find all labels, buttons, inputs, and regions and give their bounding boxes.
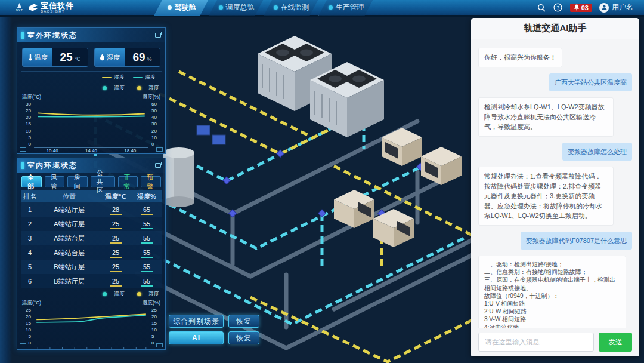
- nav-tab-label: 驾驶舱: [175, 2, 196, 13]
- table-row[interactable]: 2 A端站厅层 25 55: [21, 217, 162, 231]
- panel-title: 室外环境状态: [27, 30, 155, 41]
- line-legend: 湿度 温度: [21, 71, 162, 82]
- filter-warning[interactable]: 预警: [141, 176, 161, 187]
- outdoor-plot: [33, 101, 150, 153]
- user-message: 变频器故障怎么处理: [562, 143, 632, 161]
- table-row[interactable]: 3 A端站台层 25 55: [21, 231, 162, 245]
- temperature-stat-label: 温度: [23, 48, 52, 66]
- panel-header: 室外环境状态: [17, 28, 165, 42]
- panel-header: 室内环境状态: [17, 158, 165, 173]
- nxt-logo: NXT: [16, 3, 23, 12]
- temperature-value: 25 ℃: [52, 48, 88, 66]
- bell-icon: [574, 4, 580, 11]
- left-axis-ticks: 302520151050: [21, 101, 33, 153]
- corner-bracket-icon: [156, 147, 163, 152]
- send-button[interactable]: 发送: [599, 333, 632, 352]
- alarm-badge[interactable]: 03: [570, 4, 592, 12]
- header-accent-bar: [21, 162, 24, 169]
- legend-item-temperature: 温度: [133, 73, 156, 81]
- restore-button-1[interactable]: 恢复: [228, 315, 259, 328]
- outdoor-env-panel: 室外环境状态 温度 25 ℃ 湿度 69: [17, 27, 166, 154]
- top-icons: ? 03 用户名: [537, 2, 644, 13]
- dot-icon: [329, 5, 333, 10]
- bot-message: 检测到冷却水泵LQ-W1、LQ-W2变频器故障导致水冷直膨机无法向公共区输送冷气…: [478, 97, 614, 137]
- user-menu[interactable]: 用户名: [599, 2, 633, 13]
- nav-tab-production-mgmt[interactable]: 生产管理: [318, 0, 373, 16]
- indoor-trend-chart: 温度(°C) 湿度(%) 2520151050 2520151050: [17, 298, 165, 352]
- brand-name: 宝信软件: [41, 2, 74, 10]
- indoor-env-panel: 室内环境状态 全部 风管 房间 公共区 正常 预警 排名 位置 温度℃ 湿度%: [17, 158, 166, 350]
- legend-temperature: 温度: [97, 290, 125, 298]
- nxt-logo-text: NXT: [16, 8, 23, 12]
- nav-tab-cockpit[interactable]: 驾驶舱: [154, 0, 209, 16]
- dot-icon: [168, 5, 172, 10]
- corner-bracket-icon: [20, 147, 26, 152]
- dot-icon: [219, 5, 223, 10]
- humidity-line-swatch: [102, 77, 112, 78]
- ai-assistant-title: 轨道交通AI助手: [471, 18, 639, 39]
- dot-icon: [274, 5, 278, 10]
- header-accent-bar: [21, 32, 24, 39]
- alarm-count: 03: [581, 4, 589, 11]
- temperature-stat: 温度 25 ℃: [22, 48, 88, 67]
- left-frame-strip: [0, 17, 12, 363]
- logo-area: NXT 宝信软件 BAOSIGHT: [0, 2, 149, 13]
- top-bar: NXT 宝信软件 BAOSIGHT 驾驶舱 调度总览 在线监测: [0, 0, 644, 17]
- humidity-value: 69 %: [125, 48, 160, 66]
- user-avatar-icon: [599, 3, 609, 13]
- bot-message: 常规处理办法：1.查看变频器故障代码，按故障代码处置步骤处理；2.排查变频器元器…: [478, 167, 614, 226]
- tab-public-area[interactable]: 公共区: [91, 176, 115, 187]
- water-tank: [163, 147, 194, 207]
- nav-tab-label: 在线监测: [281, 2, 309, 13]
- svg-text:?: ?: [556, 5, 559, 11]
- indoor-env-table: 排名 位置 温度℃ 湿度% 1 A端站厅层 28 65 2 A端站厅层 25 5: [21, 190, 162, 288]
- user-message: 广西大学站公共区温度高: [549, 73, 632, 92]
- filter-normal[interactable]: 正常: [118, 176, 138, 187]
- table-row[interactable]: 6 B端站厅层 25 55: [21, 274, 162, 288]
- nxt-logo-icon: [16, 3, 23, 8]
- nav-tab-online-monitoring[interactable]: 在线监测: [264, 0, 318, 16]
- panel-title: 室内环境状态: [27, 161, 155, 171]
- legend-temperature: 温度: [97, 84, 125, 92]
- main-nav: 驾驶舱 调度总览 在线监测 生产管理: [154, 0, 373, 16]
- chat-message-list: 你好，很高兴为你服务！ 广西大学站公共区温度高 检测到冷却水泵LQ-W1、LQ-…: [471, 40, 639, 328]
- outdoor-stats: 温度 25 ℃ 湿度 69 %: [17, 42, 165, 69]
- dot-icon: [137, 292, 141, 296]
- table-row[interactable]: 5 B端站厅层 25 55: [21, 260, 162, 274]
- tab-room[interactable]: 房间: [67, 176, 88, 187]
- indoor-filter-tabs: 全部 风管 房间 公共区 正常 预警: [17, 173, 165, 190]
- baosight-logo-icon: [29, 4, 38, 11]
- username-label: 用户名: [612, 2, 633, 13]
- right-axis-ticks: 6050403020100: [150, 101, 162, 153]
- dashboard-root: NXT 宝信软件 BAOSIGHT 驾驶舱 调度总览 在线监测: [0, 0, 644, 363]
- scene-judge-button[interactable]: 综合判别场景: [169, 315, 224, 328]
- table-row[interactable]: 1 A端站厅层 28 65: [21, 202, 162, 217]
- panel-expand-icon[interactable]: [155, 163, 161, 168]
- nav-tab-dispatch-overview[interactable]: 调度总览: [209, 0, 264, 16]
- left-axis-title: 温度(°C): [22, 94, 41, 101]
- droplet-icon: [100, 54, 105, 61]
- table-header-row: 排名 位置 温度℃ 湿度%: [21, 190, 162, 202]
- humidity-stat-label: 湿度: [95, 48, 125, 66]
- humidity-stat: 湿度 69 %: [94, 48, 160, 67]
- ai-button[interactable]: AI: [169, 331, 224, 344]
- legend-item-humidity: 湿度: [102, 73, 125, 81]
- tab-duct[interactable]: 风管: [45, 176, 65, 187]
- bot-message: 你好，很高兴为你服务！: [478, 48, 562, 67]
- panel-expand-icon[interactable]: [155, 33, 161, 38]
- chat-input[interactable]: [478, 333, 594, 352]
- thermometer-icon: [28, 54, 33, 61]
- right-axis-title: 湿度(%): [143, 94, 160, 101]
- left-axis-title: 温度(°C): [22, 300, 41, 307]
- tab-all[interactable]: 全部: [21, 176, 42, 187]
- temperature-line-swatch: [133, 77, 143, 78]
- chart-legend: 温度 湿度: [17, 82, 165, 92]
- restore-button-2[interactable]: 恢复: [228, 331, 259, 344]
- legend-humidity: 湿度: [132, 84, 159, 92]
- search-icon[interactable]: [537, 3, 546, 13]
- chart-legend: 温度 湿度: [17, 288, 165, 298]
- corner-bracket-icon: [20, 343, 26, 347]
- table-row[interactable]: 4 A端站台层 25 55: [21, 245, 162, 260]
- baosight-logo: 宝信软件 BAOSIGHT: [29, 2, 74, 13]
- help-icon[interactable]: ?: [553, 3, 563, 13]
